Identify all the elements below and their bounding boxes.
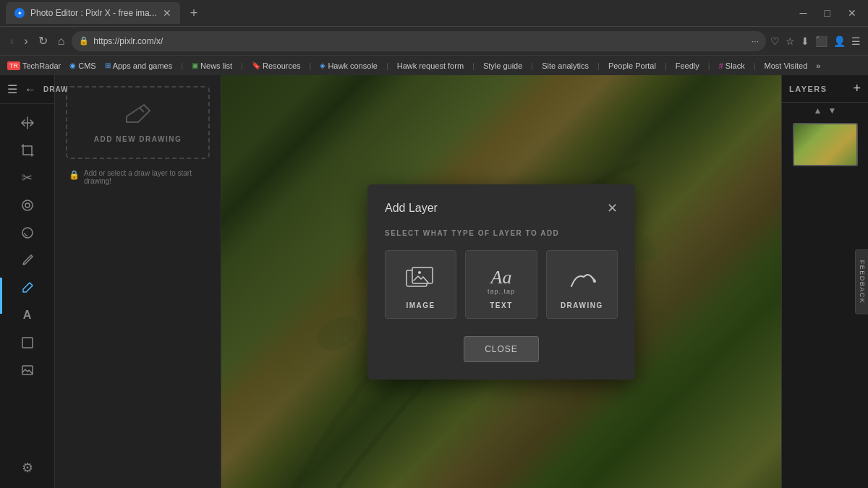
forward-nav-button[interactable]: › (21, 32, 30, 51)
svg-rect-11 (412, 267, 433, 283)
slack-icon: # (719, 61, 723, 70)
bookmark-resources[interactable]: 🔖 Resources (252, 61, 301, 70)
layer-down-button[interactable]: ▼ (828, 106, 837, 116)
bookmark-feedly[interactable]: Feedly (676, 61, 699, 70)
bookmark-label: Feedly (676, 61, 699, 70)
address-bar-menu[interactable]: ··· (752, 36, 759, 46)
image-tool-button[interactable] (14, 357, 41, 383)
app-container: ☰ ← DRAW ✂ A ⚙ (0, 75, 868, 488)
image-layer-label: IMAGE (407, 301, 435, 309)
modal-header: Add Layer ✕ (385, 202, 618, 215)
home-button[interactable]: ⌂ (55, 32, 68, 51)
hawk-icon: ◈ (320, 61, 326, 69)
add-layer-button[interactable]: + (853, 81, 861, 96)
bookmark-people-portal[interactable]: People Portal (608, 61, 656, 70)
text-layer-option[interactable]: Aa tap..tap TEXT (465, 250, 537, 319)
bookmark-hawk-console[interactable]: ◈ Hawk console (320, 61, 377, 70)
browser-toolbar-icons: ♡ ☆ ⬇ ⬛ 👤 ☰ (770, 35, 861, 47)
modal-close-button[interactable]: CLOSE (464, 336, 539, 362)
layers-title: LAYERS (789, 85, 827, 93)
separator: | (665, 61, 667, 70)
image-layer-option[interactable]: IMAGE (385, 250, 456, 319)
cut-tool-button[interactable]: ✂ (14, 165, 41, 191)
settings-button[interactable]: ⚙ (14, 448, 41, 481)
star-icon[interactable]: ☆ (786, 35, 795, 47)
separator: | (708, 61, 710, 70)
bookmark-label: Hawk request form (397, 61, 464, 70)
bookmark-slack[interactable]: # Slack (719, 61, 745, 70)
main-canvas: Add Layer ✕ SELECT WHAT TYPE OF LAYER TO… (221, 75, 781, 488)
separator: | (472, 61, 475, 70)
bookmark-label: Style guide (483, 61, 522, 70)
move-tool-button[interactable] (14, 110, 41, 136)
bookmark-hawk-request[interactable]: Hawk request form (397, 61, 464, 70)
refresh-button[interactable]: ↻ (35, 31, 51, 51)
tab-close-button[interactable]: ✕ (163, 7, 171, 19)
section-title: DRAW (43, 85, 69, 93)
brush-tool-button[interactable] (14, 247, 41, 273)
back-nav-button[interactable]: ‹ (7, 32, 17, 51)
layer-thumbnail[interactable] (793, 123, 858, 166)
lock-notice: 🔒 Add or select a draw layer to start dr… (66, 166, 210, 188)
bookmark-site-analytics[interactable]: Site analytics (542, 61, 589, 70)
feedback-button[interactable]: FEEDBACK (855, 249, 868, 314)
window-controls: ─ □ ✕ (794, 7, 862, 19)
separator: | (597, 61, 600, 70)
tab-title: Photo Editor : Pixlr X - free ima... (30, 8, 157, 18)
draw-panel: ADD NEW DRAWING 🔒 Add or select a draw l… (55, 75, 221, 488)
bookmark-most-visited[interactable]: Most Visited (765, 61, 808, 70)
lock-notice-text: Add or select a draw layer to start draw… (84, 169, 207, 185)
bookmark-more[interactable]: » (816, 61, 820, 70)
bookmark-label: Most Visited (765, 61, 808, 70)
add-layer-modal: Add Layer ✕ SELECT WHAT TYPE OF LAYER TO… (367, 184, 635, 380)
lock-icon: 🔒 (69, 170, 80, 180)
bookmark-icon[interactable]: ♡ (770, 35, 780, 47)
back-button[interactable]: ← (25, 83, 36, 96)
extensions-icon[interactable]: ⬛ (815, 35, 827, 47)
tab-favicon: ✦ (14, 8, 25, 18)
bookmark-label: TechRadar (22, 61, 61, 70)
active-tool-indicator (0, 278, 2, 314)
shape-tool-button[interactable] (14, 330, 41, 356)
bookmark-newslist[interactable]: ▣ News list (192, 61, 232, 70)
drawing-layer-option[interactable]: DRAWING (546, 250, 618, 319)
layer-up-button[interactable]: ▲ (814, 106, 822, 116)
bookmark-style-guide[interactable]: Style guide (483, 61, 522, 70)
bookmark-cms[interactable]: ◉ CMS (69, 61, 95, 70)
download-icon[interactable]: ⬇ (801, 35, 809, 47)
profile-icon[interactable]: 👤 (833, 35, 846, 47)
bookmark-apps[interactable]: ⊞ Apps and games (105, 61, 173, 70)
menu-icon[interactable]: ☰ (851, 35, 861, 47)
modal-overlay: Add Layer ✕ SELECT WHAT TYPE OF LAYER TO… (221, 75, 781, 488)
bookmark-techradar[interactable]: TR TechRadar (7, 61, 61, 70)
bookmark-label: People Portal (608, 61, 656, 70)
pen-tool-button[interactable] (14, 275, 41, 301)
text-layer-icon: Aa tap..tap (488, 265, 515, 294)
text-tool-button[interactable]: A (14, 302, 41, 328)
svg-point-13 (593, 280, 596, 283)
drawing-layer-icon (566, 265, 597, 294)
adjust-tool-button[interactable] (14, 192, 41, 218)
image-layer-icon (405, 265, 437, 294)
filter-tool-button[interactable] (14, 220, 41, 246)
separator: | (181, 61, 183, 70)
apps-icon: ⊞ (105, 61, 111, 69)
bookmark-label: Apps and games (113, 61, 173, 70)
resources-icon: 🔖 (252, 61, 260, 69)
new-tab-button[interactable]: + (186, 6, 203, 21)
crop-tool-button[interactable] (14, 137, 41, 163)
layers-panel-header: LAYERS + (782, 75, 868, 103)
bookmarks-bar: TR TechRadar ◉ CMS ⊞ Apps and games | ▣ … (0, 55, 868, 75)
bookmark-label: Slack (726, 61, 745, 70)
close-window-icon: ✕ (842, 7, 862, 19)
address-bar[interactable]: 🔒 https://pixlr.com/x/ ··· (72, 31, 766, 51)
ssl-lock-icon: 🔒 (79, 36, 89, 46)
hamburger-menu-icon[interactable]: ☰ (7, 82, 17, 96)
separator: | (531, 61, 533, 70)
svg-point-0 (22, 200, 33, 210)
browser-tab[interactable]: ✦ Photo Editor : Pixlr X - free ima... ✕ (6, 2, 180, 24)
modal-close-x-button[interactable]: ✕ (607, 202, 618, 215)
browser-toolbar: ‹ › ↻ ⌂ 🔒 https://pixlr.com/x/ ··· ♡ ☆ ⬇… (0, 26, 868, 55)
separator: | (310, 61, 312, 70)
add-drawing-button[interactable]: ADD NEW DRAWING (66, 86, 210, 159)
